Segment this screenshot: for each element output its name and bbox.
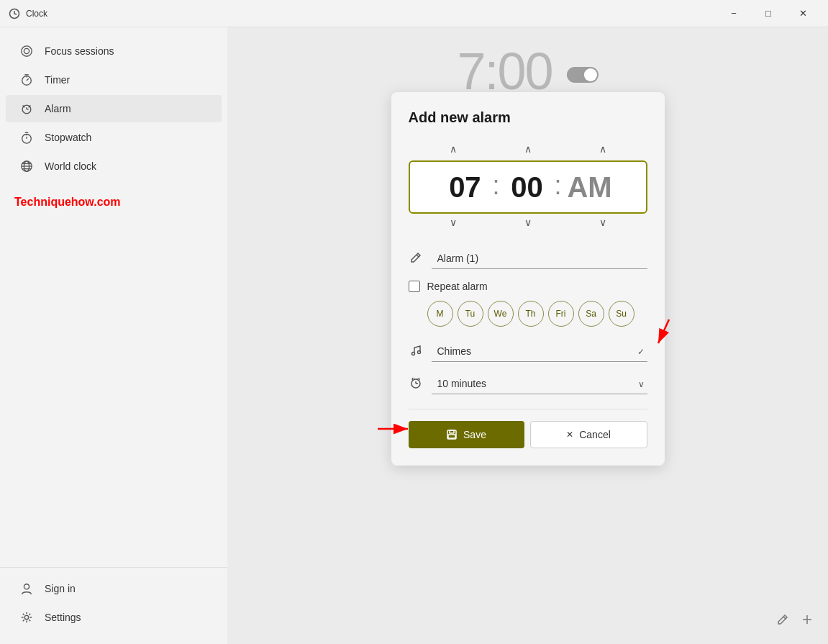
main-content: 7:00 Add new alarm ∧ ∧ ∧ 07 : 00 bbox=[227, 27, 828, 644]
close-button[interactable]: ✕ bbox=[786, 2, 819, 25]
sidebar-item-label: Sign in bbox=[45, 583, 76, 594]
add-bottom-icon[interactable] bbox=[801, 613, 814, 630]
minute-up-button[interactable]: ∧ bbox=[510, 140, 546, 158]
ampm-display[interactable]: AM bbox=[567, 171, 611, 204]
alarm-toggle[interactable] bbox=[567, 67, 599, 83]
toggle-knob bbox=[584, 68, 597, 81]
day-friday[interactable]: Fri bbox=[548, 301, 574, 327]
title-bar-controls: − □ ✕ bbox=[717, 2, 819, 25]
snooze-icon bbox=[409, 376, 423, 392]
alarm-name-input[interactable] bbox=[432, 248, 647, 269]
title-bar-left: Clock bbox=[9, 8, 47, 19]
sidebar-item-stopwatch[interactable]: Stopwatch bbox=[6, 124, 222, 151]
sidebar-item-alarm[interactable]: Alarm bbox=[6, 95, 222, 122]
sidebar-item-timer[interactable]: Timer bbox=[6, 66, 222, 94]
svg-rect-33 bbox=[448, 435, 455, 438]
maximize-button[interactable]: □ bbox=[752, 2, 785, 25]
sidebar-item-label: Focus sessions bbox=[45, 45, 114, 57]
sidebar-item-focus-sessions[interactable]: Focus sessions bbox=[6, 37, 222, 65]
red-arrow-save bbox=[376, 422, 412, 436]
svg-point-23 bbox=[417, 350, 420, 353]
sidebar-item-settings[interactable]: Settings bbox=[6, 604, 222, 631]
minute-down-button[interactable]: ∨ bbox=[510, 214, 546, 231]
edit-icon bbox=[409, 251, 423, 267]
add-alarm-dialog: Add new alarm ∧ ∧ ∧ 07 : 00 : AM bbox=[391, 92, 665, 466]
svg-line-25 bbox=[658, 319, 669, 343]
save-button[interactable]: Save bbox=[409, 421, 524, 448]
hour-down-button[interactable]: ∨ bbox=[435, 214, 471, 231]
svg-line-21 bbox=[417, 255, 419, 257]
sidebar-item-label: Timer bbox=[45, 74, 70, 86]
repeat-label: Repeat alarm bbox=[427, 281, 488, 292]
minimize-button[interactable]: − bbox=[717, 2, 750, 25]
stopwatch-icon bbox=[20, 131, 33, 144]
day-saturday[interactable]: Sa bbox=[578, 301, 604, 327]
snooze-row: 10 minutes ∨ bbox=[409, 373, 647, 394]
sidebar-item-label: Alarm bbox=[45, 103, 71, 114]
days-row: M Tu We Th Fri Sa Su bbox=[409, 301, 647, 327]
sound-row: Chimes ✓ bbox=[409, 341, 647, 362]
svg-rect-32 bbox=[450, 430, 454, 433]
svg-line-34 bbox=[783, 617, 786, 619]
cancel-button[interactable]: ✕ Cancel bbox=[530, 421, 647, 448]
minute-display[interactable]: 00 bbox=[505, 171, 548, 204]
ampm-up-button[interactable]: ∧ bbox=[585, 140, 621, 158]
person-icon bbox=[20, 582, 33, 595]
hour-display[interactable]: 07 bbox=[443, 171, 486, 204]
colon-separator-2: : bbox=[554, 171, 561, 201]
svg-point-19 bbox=[24, 584, 29, 589]
time-down-arrows: ∨ ∨ ∨ bbox=[409, 214, 647, 231]
sidebar-item-label: World clock bbox=[45, 160, 96, 172]
svg-point-2 bbox=[24, 48, 29, 53]
app-body: Focus sessions Timer bbox=[0, 27, 828, 644]
hour-up-button[interactable]: ∧ bbox=[435, 140, 471, 158]
x-icon: ✕ bbox=[566, 430, 573, 440]
title-bar: Clock − □ ✕ bbox=[0, 0, 828, 27]
sidebar-item-sign-in[interactable]: Sign in bbox=[6, 575, 222, 602]
sound-value[interactable]: Chimes bbox=[432, 341, 647, 362]
sidebar-bottom: Sign in Settings bbox=[0, 567, 227, 638]
day-sunday[interactable]: Su bbox=[609, 301, 634, 327]
svg-point-1 bbox=[22, 46, 32, 56]
timer-icon bbox=[20, 73, 33, 86]
repeat-checkbox[interactable] bbox=[409, 281, 420, 292]
day-wednesday[interactable]: We bbox=[488, 301, 514, 327]
save-icon bbox=[446, 429, 458, 440]
bottom-right-icons bbox=[776, 613, 814, 630]
sound-select-wrapper: Chimes ✓ bbox=[432, 341, 647, 362]
sidebar-item-label: Settings bbox=[45, 612, 81, 623]
colon-separator: : bbox=[492, 171, 499, 201]
watermark: Techniquehow.com bbox=[0, 181, 227, 223]
dialog-actions: Save ✕ Cancel bbox=[409, 409, 647, 448]
edit-bottom-icon[interactable] bbox=[776, 613, 789, 630]
time-picker: ∧ ∧ ∧ 07 : 00 : AM ∨ ∨ ∨ bbox=[409, 140, 647, 234]
time-display: 07 : 00 : AM bbox=[409, 160, 647, 214]
sidebar-item-world-clock[interactable]: World clock bbox=[6, 153, 222, 180]
sidebar-item-label: Stopwatch bbox=[45, 132, 91, 143]
day-tuesday[interactable]: Tu bbox=[458, 301, 483, 327]
time-up-arrows: ∧ ∧ ∧ bbox=[409, 140, 647, 158]
svg-point-22 bbox=[411, 352, 414, 355]
dialog-title: Add new alarm bbox=[409, 109, 647, 126]
red-arrow-chimes bbox=[637, 316, 673, 352]
svg-point-20 bbox=[24, 615, 28, 619]
alarm-icon bbox=[20, 102, 33, 115]
day-thursday[interactable]: Th bbox=[518, 301, 544, 327]
sidebar-nav: Focus sessions Timer bbox=[0, 33, 227, 567]
ampm-down-button[interactable]: ∨ bbox=[585, 214, 621, 231]
snooze-select-wrapper: 10 minutes ∨ bbox=[432, 373, 647, 394]
repeat-row: Repeat alarm bbox=[409, 281, 647, 292]
day-monday[interactable]: M bbox=[427, 301, 453, 327]
clock-app-icon bbox=[9, 8, 20, 19]
focus-sessions-icon bbox=[20, 45, 33, 58]
alarm-name-row bbox=[409, 248, 647, 269]
world-clock-icon bbox=[20, 160, 33, 173]
settings-icon bbox=[20, 611, 33, 624]
title-bar-title: Clock bbox=[26, 9, 47, 19]
svg-line-6 bbox=[27, 78, 29, 81]
music-icon bbox=[409, 344, 423, 360]
sidebar: Focus sessions Timer bbox=[0, 27, 227, 644]
svg-point-10 bbox=[22, 135, 32, 144]
snooze-value[interactable]: 10 minutes bbox=[432, 373, 647, 394]
